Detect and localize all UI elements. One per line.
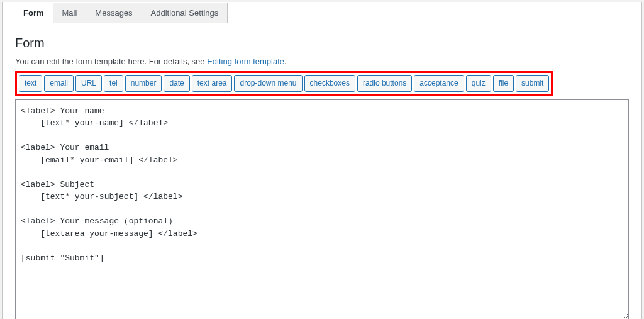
tag-file-button[interactable]: file	[493, 75, 514, 92]
section-description: You can edit the form template here. For…	[15, 57, 629, 66]
tag-email-button[interactable]: email	[44, 75, 74, 92]
tag-date-button[interactable]: date	[164, 75, 189, 92]
tag-text-button[interactable]: text	[19, 75, 42, 92]
tag-tel-button[interactable]: tel	[104, 75, 123, 92]
description-suffix: .	[284, 57, 287, 66]
tag-number-button[interactable]: number	[125, 75, 162, 92]
tag-quiz-button[interactable]: quiz	[466, 75, 491, 92]
tag-submit-button[interactable]: submit	[516, 75, 549, 92]
tab-additional-settings[interactable]: Additional Settings	[142, 3, 228, 23]
tag-textarea-button[interactable]: text area	[192, 75, 233, 92]
description-text: You can edit the form template here. For…	[15, 57, 207, 66]
form-panel: Form Mail Messages Additional Settings F…	[2, 2, 642, 319]
tag-dropdown-button[interactable]: drop-down menu	[234, 75, 302, 92]
tag-buttons-highlight: text email URL tel number date text area…	[15, 71, 553, 96]
tag-url-button[interactable]: URL	[75, 75, 102, 92]
tag-checkboxes-button[interactable]: checkboxes	[304, 75, 355, 92]
tab-content: Form You can edit the form template here…	[3, 23, 641, 319]
section-title: Form	[15, 36, 629, 50]
tab-bar: Form Mail Messages Additional Settings	[3, 2, 641, 23]
form-template-textarea[interactable]	[15, 99, 629, 319]
tab-form[interactable]: Form	[14, 3, 53, 23]
tag-buttons-row: text email URL tel number date text area…	[19, 75, 549, 92]
editing-template-link[interactable]: Editing form template	[207, 57, 284, 66]
tag-radio-button[interactable]: radio buttons	[357, 75, 412, 92]
tag-acceptance-button[interactable]: acceptance	[414, 75, 464, 92]
tab-messages[interactable]: Messages	[86, 3, 142, 23]
tab-mail[interactable]: Mail	[53, 3, 87, 23]
